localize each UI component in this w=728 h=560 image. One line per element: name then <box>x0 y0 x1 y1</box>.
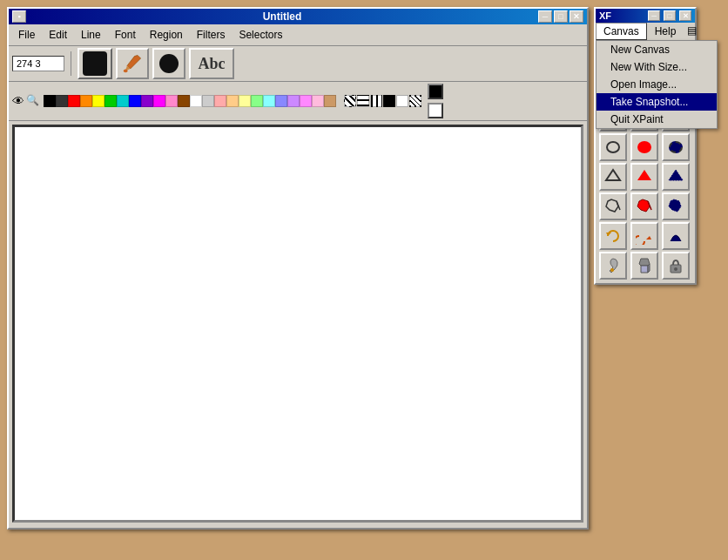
dropdown-new-canvas[interactable]: New Canvas <box>597 41 717 58</box>
color-brown[interactable] <box>178 95 190 107</box>
color-lightgray[interactable] <box>202 95 214 107</box>
main-window-menu-button[interactable]: ▪ <box>12 10 26 23</box>
tool-polygon-select[interactable] <box>662 163 690 191</box>
color-lightmagenta[interactable] <box>300 95 312 107</box>
color-green[interactable] <box>104 95 117 107</box>
main-titlebar: ▪ Untitled ─ □ ✕ <box>9 9 587 24</box>
tool-polygon-outline[interactable] <box>599 163 627 191</box>
tool-distort[interactable] <box>662 222 690 250</box>
svg-point-16 <box>674 267 677 271</box>
color-lightblue[interactable] <box>275 95 287 107</box>
tb-menu-options[interactable]: ▤ <box>684 23 700 40</box>
magnify-icon[interactable]: 🔍 <box>26 94 39 108</box>
color-palette <box>44 95 340 107</box>
tool-flip[interactable] <box>630 222 658 250</box>
text-tool[interactable]: Abc <box>189 48 234 79</box>
dropdown-take-snapshot[interactable]: Take Snapshot... <box>597 93 717 111</box>
color-lightpink[interactable] <box>312 95 324 107</box>
color-lightred[interactable] <box>214 95 226 107</box>
paintbrush-tool[interactable] <box>116 48 149 79</box>
tb-menu-help[interactable]: Help <box>647 23 684 40</box>
color-lightorange[interactable] <box>226 95 239 107</box>
main-close-button[interactable]: ✕ <box>570 10 583 23</box>
menu-filters[interactable]: Filters <box>191 26 232 44</box>
color-white[interactable] <box>190 95 202 107</box>
toolbar-separator <box>71 51 71 76</box>
tool-rotate[interactable] <box>599 222 627 250</box>
pattern-solid[interactable] <box>383 95 395 107</box>
tool-eyedropper[interactable] <box>599 252 627 280</box>
tool-ellipse-filled[interactable] <box>630 133 658 161</box>
toolbox-maximize[interactable]: □ <box>664 10 676 21</box>
coord-input[interactable] <box>12 56 64 71</box>
toolbox-window-controls: ─ □ ✕ <box>646 10 691 21</box>
tool-polygon-filled[interactable] <box>630 163 658 191</box>
tool-fill-bucket[interactable] <box>630 252 658 280</box>
foreground-color[interactable] <box>428 84 443 99</box>
menu-font[interactable]: Font <box>109 26 142 44</box>
color-lightcyan[interactable] <box>263 95 275 107</box>
dropdown-quit-xpaint[interactable]: Quit XPaint <box>597 111 717 128</box>
color-lightgreen[interactable] <box>251 95 263 107</box>
tool-lasso-select[interactable] <box>662 192 690 220</box>
svg-marker-10 <box>669 170 683 180</box>
svg-point-0 <box>124 70 128 73</box>
toolbox-titlebar: XF ─ □ ✕ <box>596 9 695 23</box>
main-minimize-button[interactable]: ─ <box>538 10 552 23</box>
dropdown-open-image[interactable]: Open Image... <box>597 76 717 93</box>
menu-bar: File Edit Line Font Region Filters Selec… <box>9 24 587 46</box>
color-lightpurple[interactable] <box>287 95 300 107</box>
toolbox-close[interactable]: ✕ <box>679 10 691 21</box>
toolbox-title: XF <box>599 10 611 21</box>
main-window: ▪ Untitled ─ □ ✕ File Edit Line Font Reg… <box>7 7 589 530</box>
canvas-dropdown-menu: New Canvas New With Size... Open Image..… <box>596 40 718 129</box>
dropdown-new-with-size[interactable]: New With Size... <box>597 58 717 76</box>
tool-lasso-filled[interactable] <box>630 192 658 220</box>
toolbar-row: Abc <box>9 46 587 82</box>
palette-row: 👁 🔍 <box>9 82 587 121</box>
main-window-title: Untitled <box>28 10 536 23</box>
fg-bg-selector <box>428 84 443 118</box>
tool-ellipse-select[interactable] <box>662 133 690 161</box>
tool-lock[interactable] <box>662 252 690 280</box>
eye-icon[interactable]: 👁 <box>12 94 24 108</box>
background-color[interactable] <box>428 103 443 118</box>
pattern-area <box>344 95 421 107</box>
svg-marker-12 <box>646 236 651 240</box>
pattern-empty[interactable] <box>396 95 408 107</box>
color-yellow[interactable] <box>92 95 104 107</box>
menu-selectors[interactable]: Selectors <box>233 26 288 44</box>
pattern-fine-diagonal[interactable] <box>409 95 421 107</box>
color-red[interactable] <box>68 95 80 107</box>
pattern-diagonal[interactable] <box>344 95 356 107</box>
menu-edit[interactable]: Edit <box>43 26 73 44</box>
svg-point-14 <box>610 268 614 272</box>
color-orange[interactable] <box>80 95 92 107</box>
svg-marker-8 <box>606 170 620 180</box>
svg-marker-9 <box>637 170 651 180</box>
color-purple[interactable] <box>141 95 153 107</box>
pattern-vertical[interactable] <box>370 95 382 107</box>
toolbox-window: XF ─ □ ✕ Canvas Help ▤ New Canvas New Wi… <box>594 7 697 285</box>
color-darkgray[interactable] <box>56 95 68 107</box>
toolbox-minimize[interactable]: ─ <box>648 10 660 21</box>
tool-ellipse-outline[interactable] <box>599 133 627 161</box>
menu-file[interactable]: File <box>12 26 41 44</box>
pattern-horizontal[interactable] <box>357 95 369 107</box>
palette-icons: 👁 🔍 <box>12 94 39 108</box>
color-black[interactable] <box>44 95 56 107</box>
menu-region[interactable]: Region <box>144 26 189 44</box>
color-cyan[interactable] <box>117 95 129 107</box>
tool-lasso-line[interactable] <box>599 192 627 220</box>
color-magenta[interactable] <box>153 95 165 107</box>
menu-line[interactable]: Line <box>75 26 107 44</box>
color-tan[interactable] <box>324 95 336 107</box>
main-maximize-button[interactable]: □ <box>554 10 568 23</box>
canvas-area[interactable] <box>12 125 583 523</box>
color-lightyellow[interactable] <box>239 95 251 107</box>
tb-menu-canvas[interactable]: Canvas <box>596 23 647 40</box>
color-pink[interactable] <box>165 95 178 107</box>
dot-tool[interactable] <box>152 48 185 79</box>
fill-tool-preview[interactable] <box>78 48 112 79</box>
color-blue[interactable] <box>129 95 141 107</box>
